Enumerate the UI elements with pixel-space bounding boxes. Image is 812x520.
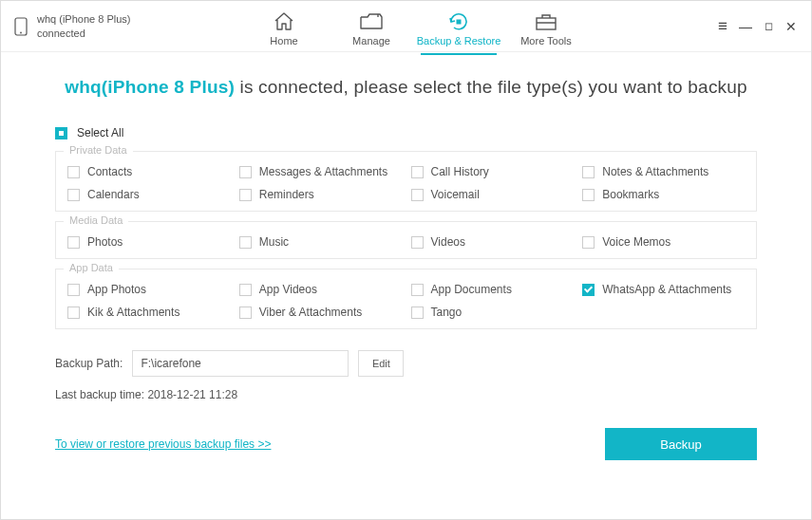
select-all-row[interactable]: Select All	[55, 126, 757, 139]
last-backup-time: Last backup time: 2018-12-21 11:28	[55, 388, 757, 401]
item-label: Contacts	[87, 165, 132, 178]
item-label: Kik & Attachments	[87, 306, 179, 319]
item-label: Bookmarks	[602, 188, 659, 201]
tab-backup-restore[interactable]: Backup & Restore	[415, 7, 502, 46]
tab-home[interactable]: Home	[240, 7, 328, 46]
svg-rect-3	[537, 18, 556, 29]
checkbox-item[interactable]: Voicemail	[411, 188, 574, 201]
headline-device: whq(iPhone 8 Plus)	[65, 77, 235, 97]
checkbox-item[interactable]: App Documents	[411, 283, 574, 296]
item-label: WhatsApp & Attachments	[602, 283, 731, 296]
backup-path-row: Backup Path: Edit	[55, 350, 757, 377]
tab-label: Backup & Restore	[417, 35, 501, 46]
phone-icon	[12, 13, 29, 40]
item-label: Reminders	[259, 188, 314, 201]
checkbox[interactable]	[582, 236, 595, 249]
backup-restore-icon	[446, 10, 471, 33]
checkbox-item[interactable]: Voice Memos	[582, 235, 745, 249]
svg-point-1	[20, 31, 22, 33]
headline-text: is connected, please select the file typ…	[235, 77, 747, 97]
checkbox[interactable]	[67, 166, 80, 178]
checkbox[interactable]	[67, 236, 80, 249]
menu-button[interactable]: ≡	[716, 18, 729, 34]
home-icon	[273, 10, 295, 33]
item-label: Calendars	[87, 188, 140, 201]
checkbox[interactable]	[582, 166, 595, 178]
checkbox-item[interactable]: Reminders	[239, 188, 402, 201]
backup-button[interactable]: Backup	[605, 428, 757, 460]
checkbox-item[interactable]: Music	[239, 235, 402, 249]
device-name: whq (iPhone 8 Plus)	[37, 12, 130, 26]
checkbox-item[interactable]: Messages & Attachments	[239, 165, 402, 178]
checkbox[interactable]	[239, 166, 252, 178]
backup-path-label: Backup Path:	[55, 357, 123, 370]
bottom-row: To view or restore previous backup files…	[55, 428, 757, 460]
checkbox[interactable]	[411, 189, 424, 201]
checkbox-item[interactable]: Notes & Attachments	[582, 165, 745, 178]
item-label: Videos	[431, 235, 465, 249]
maximize-button[interactable]: ◻	[762, 21, 775, 31]
item-label: Tango	[431, 306, 463, 319]
checkbox[interactable]	[239, 189, 252, 201]
tab-label: More Tools	[520, 35, 572, 46]
device-info: whq (iPhone 8 Plus) connected	[12, 12, 240, 40]
checkbox-item[interactable]: Viber & Attachments	[239, 306, 402, 319]
minimize-button[interactable]: —	[739, 20, 752, 33]
item-label: Messages & Attachments	[259, 165, 387, 178]
tab-label: Manage	[352, 35, 390, 46]
checkbox[interactable]	[67, 306, 80, 319]
folder-icon	[359, 10, 384, 33]
device-status: connected	[37, 27, 130, 40]
checkbox[interactable]	[411, 166, 424, 178]
app-header: whq (iPhone 8 Plus) connected Home Manag…	[1, 1, 811, 52]
item-label: App Videos	[259, 283, 317, 296]
tab-manage[interactable]: Manage	[328, 7, 415, 46]
checkbox-item[interactable]: WhatsApp & Attachments	[582, 283, 745, 296]
toolbox-icon	[535, 10, 557, 33]
restore-link[interactable]: To view or restore previous backup files…	[55, 437, 271, 451]
checkbox-item[interactable]: Videos	[411, 235, 574, 249]
checkbox-item[interactable]: Photos	[67, 235, 230, 249]
backup-path-input[interactable]	[132, 350, 349, 377]
checkbox-item[interactable]: App Photos	[67, 283, 230, 296]
checkbox[interactable]	[411, 236, 424, 249]
window-controls: ≡ — ◻ ✕	[716, 18, 798, 34]
checkbox[interactable]	[582, 284, 595, 296]
group-private-data: Private Data ContactsMessages & Attachme…	[55, 151, 757, 212]
checkbox-item[interactable]: Tango	[411, 306, 574, 319]
item-label: Notes & Attachments	[602, 165, 708, 178]
item-label: Music	[259, 235, 289, 249]
checkbox[interactable]	[411, 306, 424, 319]
checkbox[interactable]	[582, 189, 595, 201]
group-title: Private Data	[64, 144, 133, 156]
checkbox-item[interactable]: Contacts	[67, 165, 230, 178]
item-label: Call History	[431, 165, 489, 178]
checkbox[interactable]	[67, 284, 80, 296]
nav-tabs: Home Manage Backup & Restore More Tools	[240, 7, 590, 46]
edit-path-button[interactable]: Edit	[358, 350, 404, 377]
tab-label: Home	[270, 35, 297, 46]
item-label: App Documents	[431, 283, 512, 296]
group-media-data: Media Data PhotosMusicVideosVoice Memos	[55, 221, 757, 259]
select-all-checkbox[interactable]	[55, 127, 67, 139]
tab-more-tools[interactable]: More Tools	[502, 7, 590, 46]
item-label: Voicemail	[431, 188, 480, 201]
select-all-label: Select All	[77, 126, 123, 139]
checkbox-item[interactable]: Call History	[411, 165, 574, 178]
headline: whq(iPhone 8 Plus) is connected, please …	[55, 77, 757, 98]
checkbox[interactable]	[239, 236, 252, 249]
checkbox[interactable]	[67, 189, 80, 201]
checkbox-item[interactable]: Bookmarks	[582, 188, 745, 201]
content-area: whq(iPhone 8 Plus) is connected, please …	[1, 52, 811, 460]
item-label: App Photos	[87, 283, 146, 296]
item-label: Viber & Attachments	[259, 306, 363, 319]
checkbox[interactable]	[239, 284, 252, 296]
checkbox[interactable]	[239, 306, 252, 319]
close-button[interactable]: ✕	[784, 20, 798, 33]
group-app-data: App Data App PhotosApp VideosApp Documen…	[55, 269, 757, 329]
checkbox-item[interactable]: Kik & Attachments	[67, 306, 230, 319]
checkbox[interactable]	[411, 284, 424, 296]
group-title: Media Data	[64, 214, 128, 226]
checkbox-item[interactable]: App Videos	[239, 283, 402, 296]
checkbox-item[interactable]: Calendars	[67, 188, 230, 201]
